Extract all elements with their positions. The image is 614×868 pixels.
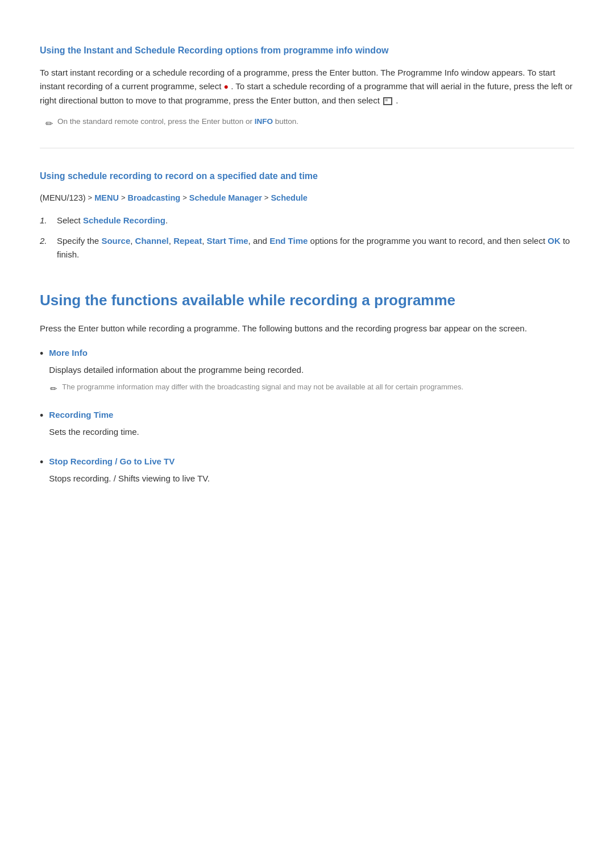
- section1-title: Using the Instant and Schedule Recording…: [40, 43, 574, 58]
- step-2: 2. Specify the Source, Channel, Repeat, …: [40, 234, 574, 261]
- bullet-dot-2: •: [40, 409, 43, 423]
- more-info-desc: Displays detailed information about the …: [49, 363, 574, 377]
- breadcrumb-arrow2: >: [121, 192, 126, 204]
- pencil-icon: ✏: [45, 117, 53, 131]
- recording-time-content: Recording Time Sets the recording time.: [49, 408, 574, 442]
- more-info-note-text: The programme information may differ wit…: [62, 381, 463, 393]
- step-2-text: Specify the Source, Channel, Repeat, Sta…: [57, 234, 574, 261]
- breadcrumb: (MENU/123) > MENU > Broadcasting > Sched…: [40, 192, 574, 205]
- recording-time-label: Recording Time: [49, 408, 574, 422]
- breadcrumb-arrow3: >: [182, 192, 187, 204]
- step-2-starttime: Start Time: [207, 236, 248, 246]
- bullet-dot-1: •: [40, 347, 43, 361]
- more-info-label: More Info: [49, 346, 574, 360]
- breadcrumb-menu: MENU: [94, 192, 119, 205]
- breadcrumb-schedule-manager: Schedule Manager: [189, 192, 262, 205]
- red-dot-icon: ●: [224, 82, 229, 92]
- section1-body: To start instant recording or a schedule…: [40, 66, 574, 108]
- breadcrumb-arrow4: >: [264, 192, 269, 204]
- more-info-content: More Info Displays detailed information …: [49, 346, 574, 396]
- section1-note: ✏ On the standard remote control, press …: [45, 116, 574, 131]
- section1-note-text: On the standard remote control, press th…: [57, 116, 298, 127]
- step-1-highlight: Schedule Recording: [83, 215, 165, 225]
- breadcrumb-part1: (MENU/123): [40, 192, 86, 205]
- step-2-num: 2.: [40, 234, 51, 248]
- section1-body-text3: .: [396, 95, 398, 105]
- list-item-stop-recording: • Stop Recording / Go to Live TV Stops r…: [40, 455, 574, 489]
- step-1-num: 1.: [40, 214, 51, 227]
- step-1: 1. Select Schedule Recording.: [40, 214, 574, 227]
- breadcrumb-arrow1: >: [88, 192, 93, 204]
- stop-recording-content: Stop Recording / Go to Live TV Stops rec…: [49, 455, 574, 489]
- section3-title: Using the functions available while reco…: [40, 289, 574, 313]
- step-2-endtime: End Time: [269, 236, 308, 246]
- pencil-icon-2: ✏: [50, 382, 57, 396]
- section2-title: Using schedule recording to record on a …: [40, 169, 574, 184]
- step-2-source: Source: [101, 236, 130, 246]
- stop-recording-desc: Stops recording. / Shifts viewing to liv…: [49, 472, 574, 485]
- features-list: • More Info Displays detailed informatio…: [40, 346, 574, 489]
- recording-time-desc: Sets the recording time.: [49, 425, 574, 439]
- stop-recording-label: Stop Recording / Go to Live TV: [49, 455, 574, 468]
- step-2-repeat: Repeat: [173, 236, 202, 246]
- steps-list: 1. Select Schedule Recording. 2. Specify…: [40, 214, 574, 261]
- breadcrumb-schedule: Schedule: [271, 192, 307, 205]
- step-2-ok: OK: [547, 236, 561, 246]
- list-item-more-info: • More Info Displays detailed informatio…: [40, 346, 574, 396]
- list-item-recording-time: • Recording Time Sets the recording time…: [40, 408, 574, 442]
- step-1-text: Select Schedule Recording.: [57, 214, 168, 227]
- section3-intro: Press the Enter button while recording a…: [40, 322, 574, 336]
- schedule-icon: ≡: [383, 97, 392, 105]
- step-2-channel: Channel: [135, 236, 169, 246]
- section-divider: [40, 148, 574, 148]
- bullet-dot-3: •: [40, 455, 43, 470]
- breadcrumb-broadcasting: Broadcasting: [127, 192, 180, 205]
- more-info-note: ✏ The programme information may differ w…: [50, 381, 574, 396]
